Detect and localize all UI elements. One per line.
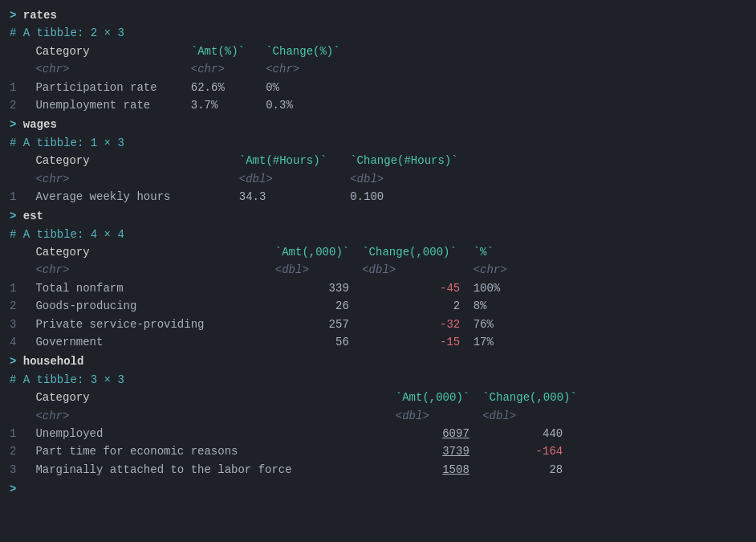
est-row-4: 4 Government 56 -15 17% bbox=[10, 333, 746, 351]
wages-tibble-info: # A tibble: 1 × 3 bbox=[10, 134, 746, 152]
est-varname: est bbox=[23, 210, 43, 222]
console-output: > rates # A tibble: 2 × 3 Category `Amt(… bbox=[10, 6, 746, 499]
household-header: Category `Amt(,000)` `Change(,000)` bbox=[10, 389, 746, 406]
prompt-symbol: > bbox=[10, 9, 16, 22]
household-tibble-info: # A tibble: 3 × 3 bbox=[10, 371, 746, 389]
final-prompt-symbol: > bbox=[10, 483, 16, 495]
prompt-symbol-wages: > bbox=[10, 118, 16, 131]
wages-row-1: 1 Average weekly hours 34.3 0.100 bbox=[10, 188, 746, 206]
household-section: > household # A tibble: 3 × 3 Category `… bbox=[10, 353, 746, 479]
rates-tibble-info: # A tibble: 2 × 3 bbox=[10, 24, 746, 42]
est-prompt-line: > est bbox=[10, 207, 746, 225]
prompt-symbol-household: > bbox=[10, 355, 16, 368]
rates-header: Category `Amt(%)` `Change(%)` bbox=[10, 43, 746, 60]
est-col-types: <chr> <dbl> <dbl> <chr> bbox=[10, 261, 746, 279]
rates-prompt-line: > rates bbox=[10, 6, 746, 24]
household-row-1: 1 Unemployed 6097 440 bbox=[10, 425, 746, 442]
wages-varname: wages bbox=[23, 118, 57, 131]
household-prompt-line: > household bbox=[10, 353, 746, 370]
est-row-3: 3 Private service-providing 257 -32 76% bbox=[10, 316, 746, 333]
wages-section: > wages # A tibble: 1 × 3 Category `Amt(… bbox=[10, 116, 746, 206]
household-col-types: <chr> <dbl> <dbl> bbox=[10, 407, 746, 425]
rates-row-2: 2 Unemployment rate 3.7% 0.3% bbox=[10, 96, 746, 114]
rates-varname: rates bbox=[23, 9, 57, 22]
wages-prompt-line: > wages bbox=[10, 116, 746, 133]
household-row-2: 2 Part time for economic reasons 3739 -1… bbox=[10, 442, 746, 460]
household-varname: household bbox=[23, 355, 84, 368]
est-row-2: 2 Goods-producing 26 2 8% bbox=[10, 297, 746, 315]
rates-col-types: <chr> <chr> <chr> bbox=[10, 60, 746, 78]
est-row-1: 1 Total nonfarm 339 -45 100% bbox=[10, 279, 746, 297]
wages-header: Category `Amt(#Hours)` `Change(#Hours)` bbox=[10, 152, 746, 169]
household-row-3: 3 Marginally attached to the labor force… bbox=[10, 461, 746, 479]
est-header: Category `Amt(,000)` `Change(,000)` `%` bbox=[10, 243, 746, 261]
final-prompt-line: > bbox=[10, 480, 746, 498]
rates-section: > rates # A tibble: 2 × 3 Category `Amt(… bbox=[10, 6, 746, 114]
est-section: > est # A tibble: 4 × 4 Category `Amt(,0… bbox=[10, 207, 746, 351]
wages-col-types: <chr> <dbl> <dbl> bbox=[10, 170, 746, 188]
prompt-symbol-est: > bbox=[10, 210, 16, 222]
est-tibble-info: # A tibble: 4 × 4 bbox=[10, 226, 746, 243]
rates-row-1: 1 Participation rate 62.6% 0% bbox=[10, 79, 746, 96]
